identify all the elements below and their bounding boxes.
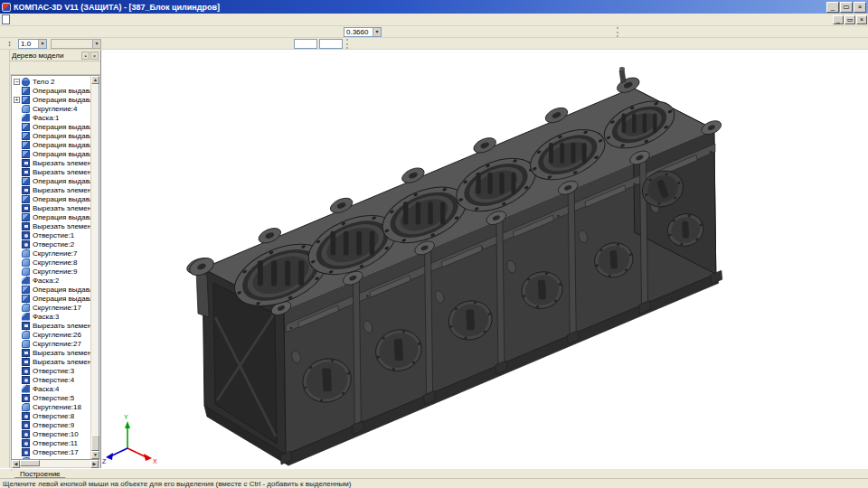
expand-toggle[interactable]	[14, 223, 20, 230]
toolbar-icon[interactable]	[111, 26, 125, 37]
tree-item[interactable]: Отверстие:9	[12, 420, 90, 429]
panel-icon[interactable]	[0, 101, 9, 110]
tree-item[interactable]: Фаска:3	[12, 312, 90, 321]
panel-icon[interactable]	[0, 201, 9, 210]
menu-item[interactable]	[79, 19, 90, 21]
expand-toggle[interactable]	[14, 359, 20, 365]
tree-item[interactable]: Скругление:9	[12, 267, 90, 276]
panel-icon[interactable]	[0, 111, 9, 120]
panel-icon[interactable]	[0, 191, 9, 200]
expand-toggle[interactable]	[14, 422, 20, 428]
chevron-down-icon[interactable]: ▾	[373, 28, 381, 36]
toolbar-icon[interactable]	[533, 26, 546, 37]
tree-item[interactable]: Операция выдавл	[12, 176, 90, 185]
expand-toggle[interactable]	[14, 431, 20, 437]
expand-toggle[interactable]	[14, 296, 20, 302]
toolbar-icon[interactable]	[220, 26, 233, 37]
tree-toolbar-icon[interactable]	[47, 63, 58, 73]
toolbar-icon[interactable]	[193, 26, 206, 37]
scroll-right-icon[interactable]: ▶	[90, 460, 99, 468]
tree-item[interactable]: Вырезать элемент	[12, 221, 90, 230]
tab-construction[interactable]: Построение	[11, 469, 70, 478]
step-combo[interactable]: 1.0 ▾	[18, 39, 47, 49]
tree-item[interactable]: Вырезать элемент	[12, 357, 90, 366]
expand-toggle[interactable]	[14, 305, 20, 311]
expand-toggle[interactable]	[14, 341, 20, 347]
toolbar-icon[interactable]	[383, 26, 397, 37]
toolbar-icon[interactable]	[57, 26, 71, 37]
toolbar-icon[interactable]	[279, 38, 293, 49]
menu-item[interactable]	[68, 19, 79, 21]
expand-toggle[interactable]	[14, 79, 20, 85]
expand-toggle[interactable]	[14, 458, 20, 460]
expand-toggle[interactable]	[14, 151, 20, 157]
expand-toggle[interactable]	[14, 323, 20, 329]
toolbar-icon[interactable]	[328, 26, 342, 37]
model-viewport[interactable]: YXZ	[101, 50, 868, 468]
expand-toggle[interactable]	[14, 106, 20, 112]
toolbar-icon[interactable]	[184, 38, 198, 49]
menu-item[interactable]	[46, 19, 57, 21]
expand-toggle[interactable]	[14, 232, 20, 239]
panel-icon[interactable]	[0, 91, 9, 100]
tree-item[interactable]: Операция выдавл	[12, 285, 90, 294]
toolbar-icon[interactable]	[206, 26, 220, 37]
panel-icon[interactable]	[0, 71, 9, 80]
panel-icon[interactable]	[0, 161, 9, 170]
toolbar-icon[interactable]	[138, 26, 152, 37]
toolbar-icon[interactable]	[71, 26, 84, 37]
doc-close-button[interactable]: ×	[856, 15, 867, 24]
tree-item[interactable]: Вырезать элемент	[12, 321, 90, 330]
menu-item[interactable]	[35, 19, 46, 21]
tree-item[interactable]: Скругление:17	[12, 303, 90, 312]
toolbar-icon[interactable]	[424, 26, 438, 37]
toolbar-icon[interactable]	[573, 26, 587, 37]
tree-item[interactable]: Отверстие:11	[12, 438, 90, 447]
expand-toggle[interactable]	[14, 368, 20, 374]
toolbar-icon[interactable]	[600, 26, 614, 37]
expand-toggle[interactable]	[14, 178, 20, 184]
expand-toggle[interactable]	[14, 124, 20, 130]
expand-toggle[interactable]	[14, 187, 20, 193]
tree-item[interactable]: Операция выдавл	[12, 194, 90, 203]
toolbar-icon[interactable]	[239, 38, 252, 49]
tree-item[interactable]: Фаска:2	[12, 276, 90, 285]
panel-icon[interactable]	[0, 240, 9, 249]
panel-icon[interactable]	[0, 221, 9, 230]
tree-item[interactable]: Скругление:26	[12, 330, 90, 339]
expand-toggle[interactable]	[14, 395, 20, 401]
toolbar-icon[interactable]	[3, 26, 16, 37]
tree-item[interactable]: Скругление:27	[12, 339, 90, 348]
expand-toggle[interactable]	[14, 205, 20, 211]
tree-toolbar-icon[interactable]	[59, 63, 70, 73]
tree-vertical-scrollbar[interactable]: ▲ ▼	[90, 76, 99, 459]
tree-item[interactable]: Вырезать элемент	[12, 167, 90, 176]
tree-item[interactable]: Скругление:18	[12, 402, 90, 411]
tree-item[interactable]: Вырезать элемент	[12, 158, 90, 167]
tree-item[interactable]: Отверстие:4	[12, 375, 90, 384]
tree-item[interactable]: Фаска:1	[12, 113, 90, 122]
panel-icon[interactable]	[0, 141, 9, 150]
toolbar-icon[interactable]	[397, 26, 410, 37]
expand-toggle[interactable]	[14, 133, 20, 139]
tree-toolbar-icon[interactable]	[35, 63, 46, 73]
toolbar-icon[interactable]	[315, 26, 328, 37]
expand-toggle[interactable]	[14, 404, 20, 410]
tree-item[interactable]: Операция выдавл	[12, 86, 90, 95]
close-button[interactable]: ×	[854, 2, 866, 13]
panel-icon[interactable]	[0, 81, 9, 90]
toolbar-icon[interactable]	[519, 26, 533, 37]
doc-restore-button[interactable]: ▭	[844, 15, 855, 24]
tree-item[interactable]: Операция выдавл	[12, 95, 90, 104]
tree-horizontal-scrollbar[interactable]: ◀ ▶	[11, 460, 99, 468]
toolbar-icon[interactable]	[157, 38, 171, 49]
panel-icon[interactable]	[0, 121, 9, 130]
expand-toggle[interactable]	[14, 214, 20, 221]
expand-toggle[interactable]	[14, 169, 20, 175]
expand-toggle[interactable]	[14, 277, 20, 284]
toolbar-icon[interactable]	[152, 26, 165, 37]
menu-item[interactable]	[57, 19, 68, 21]
panel-icon[interactable]	[0, 151, 9, 160]
toolbar-icon[interactable]	[84, 26, 98, 37]
tree-item[interactable]: Отверстие:8	[12, 411, 90, 420]
